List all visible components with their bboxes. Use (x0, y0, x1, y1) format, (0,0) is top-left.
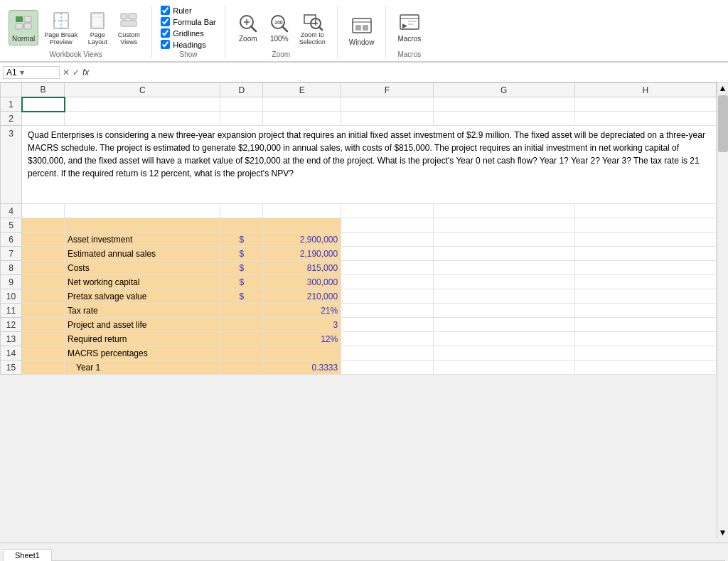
cell-d13[interactable] (220, 332, 263, 346)
cell-b1[interactable] (22, 97, 65, 112)
cell-e13[interactable]: 12% (263, 332, 341, 346)
cell-g8[interactable] (433, 261, 574, 275)
confirm-formula-icon[interactable]: ✓ (73, 68, 80, 78)
cell-g11[interactable] (433, 304, 574, 318)
cell-f1[interactable] (341, 97, 434, 112)
sheet-tab-1[interactable]: Sheet1 (3, 549, 52, 561)
cell-c11[interactable]: Tax rate (65, 304, 220, 318)
zoom-100-button[interactable]: 100 100% (265, 11, 294, 45)
cell-d10[interactable]: $ (220, 289, 263, 304)
cell-c12[interactable]: Project and asset life (65, 318, 220, 332)
cell-g7[interactable] (433, 247, 574, 261)
cell-f9[interactable] (341, 275, 434, 289)
cell-e11[interactable]: 21% (263, 304, 341, 318)
cell-b3[interactable]: Quad Enterprises is considering a new th… (22, 126, 717, 204)
cell-f4[interactable] (341, 204, 434, 218)
cell-c2[interactable] (65, 112, 220, 126)
cell-reference-box[interactable]: A1 ▾ (3, 66, 60, 79)
cell-g13[interactable] (433, 332, 574, 346)
cell-g4[interactable] (433, 204, 574, 218)
cell-h4[interactable] (574, 204, 716, 218)
cell-f15[interactable] (341, 360, 434, 375)
page-layout-button[interactable]: PageLayout (83, 8, 112, 48)
headings-checkbox[interactable]: Headings (161, 40, 205, 49)
ruler-checkbox[interactable]: Ruler (161, 6, 191, 15)
cell-d7[interactable]: $ (220, 247, 263, 261)
cell-h11[interactable] (574, 304, 716, 318)
cell-f8[interactable] (341, 261, 434, 275)
cell-g5[interactable] (433, 218, 574, 233)
scroll-thumb[interactable] (718, 95, 728, 152)
cell-g14[interactable] (433, 346, 574, 360)
cell-e5[interactable] (263, 218, 341, 233)
cell-b13[interactable] (22, 332, 65, 346)
cell-c14[interactable]: MACRS percentages (65, 346, 220, 360)
cell-f7[interactable] (341, 247, 434, 261)
cell-g15[interactable] (433, 360, 574, 375)
cell-h2[interactable] (574, 112, 716, 126)
cell-f14[interactable] (341, 346, 434, 360)
cell-d14[interactable] (220, 346, 263, 360)
scroll-down-button[interactable]: ▼ (717, 527, 728, 538)
cell-f2[interactable] (341, 112, 434, 126)
cell-d1[interactable] (220, 97, 263, 112)
scroll-up-button[interactable]: ▲ (717, 82, 728, 94)
cell-e6[interactable]: 2,900,000 (263, 233, 341, 247)
cell-e4[interactable] (263, 204, 341, 218)
cell-c9[interactable]: Net working capital (65, 275, 220, 289)
cell-d5[interactable] (220, 218, 263, 233)
cell-d6[interactable]: $ (220, 233, 263, 247)
cell-b9[interactable] (22, 275, 65, 289)
cell-b6[interactable] (22, 233, 65, 247)
cell-c6[interactable]: Asset investment (65, 233, 220, 247)
cell-h10[interactable] (574, 289, 716, 304)
cell-c1[interactable] (65, 97, 220, 112)
cell-b8[interactable] (22, 261, 65, 275)
cell-g2[interactable] (433, 112, 574, 126)
cell-c10[interactable]: Pretax salvage value (65, 289, 220, 304)
cell-b12[interactable] (22, 318, 65, 332)
gridlines-checkbox[interactable]: Gridlines (161, 28, 203, 38)
zoom-selection-button[interactable]: Zoom toSelection (296, 8, 328, 48)
cell-h1[interactable] (574, 97, 716, 112)
cell-h8[interactable] (574, 261, 716, 275)
cell-c15[interactable]: Year 1 (65, 360, 220, 375)
cell-f10[interactable] (341, 289, 434, 304)
cell-e8[interactable]: 815,000 (263, 261, 341, 275)
cell-b2[interactable] (22, 112, 65, 126)
cell-b7[interactable] (22, 247, 65, 261)
cell-f6[interactable] (341, 233, 434, 247)
cell-b15[interactable] (22, 360, 65, 375)
cell-d11[interactable] (220, 304, 263, 318)
cell-e2[interactable] (263, 112, 341, 126)
cell-e1[interactable] (263, 97, 341, 112)
cell-f13[interactable] (341, 332, 434, 346)
fx-icon[interactable]: fx (82, 68, 89, 78)
cell-b10[interactable] (22, 289, 65, 304)
macros-button[interactable]: ▶ Macros (395, 11, 424, 45)
cell-e12[interactable]: 3 (263, 318, 341, 332)
cell-g1[interactable] (433, 97, 574, 112)
cell-d15[interactable] (220, 360, 263, 375)
cell-c8[interactable]: Costs (65, 261, 220, 275)
cell-g6[interactable] (433, 233, 574, 247)
zoom-button[interactable]: Zoom (234, 11, 262, 45)
cell-d9[interactable]: $ (220, 275, 263, 289)
cell-e15[interactable]: 0.3333 (263, 360, 341, 375)
cell-g9[interactable] (433, 275, 574, 289)
cancel-formula-icon[interactable]: ✕ (63, 68, 70, 78)
cell-h9[interactable] (574, 275, 716, 289)
cell-h14[interactable] (574, 346, 716, 360)
vertical-scrollbar[interactable]: ▲ ▼ (717, 82, 728, 538)
cell-e14[interactable] (263, 346, 341, 360)
cell-b4[interactable] (22, 204, 65, 218)
normal-button[interactable]: Normal (9, 10, 38, 46)
cell-e9[interactable]: 300,000 (263, 275, 341, 289)
cell-d8[interactable]: $ (220, 261, 263, 275)
custom-views-button[interactable]: CustomViews (114, 8, 143, 48)
window-button[interactable]: Window (346, 14, 378, 48)
cell-h12[interactable] (574, 318, 716, 332)
cell-h15[interactable] (574, 360, 716, 375)
cell-e10[interactable]: 210,000 (263, 289, 341, 304)
cell-f5[interactable] (341, 218, 434, 233)
